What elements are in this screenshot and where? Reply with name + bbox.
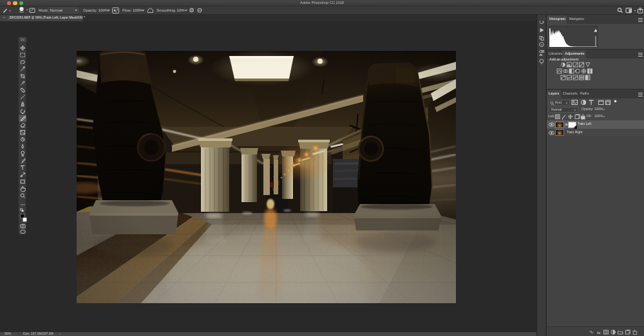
svg-text:Normal: Normal [50, 8, 62, 12]
svg-text:Opacity:: Opacity: [83, 8, 97, 12]
svg-text:Flow:: Flow: [122, 8, 132, 12]
svg-text:10%: 10% [177, 8, 185, 12]
svg-text:Smoothing:: Smoothing: [156, 8, 176, 12]
svg-text:900: 900 [19, 10, 24, 14]
svg-text:fx: fx [597, 331, 601, 335]
svg-text:Mode:: Mode: [39, 8, 49, 12]
svg-text:100%: 100% [99, 8, 109, 12]
svg-text:100%: 100% [133, 8, 143, 12]
